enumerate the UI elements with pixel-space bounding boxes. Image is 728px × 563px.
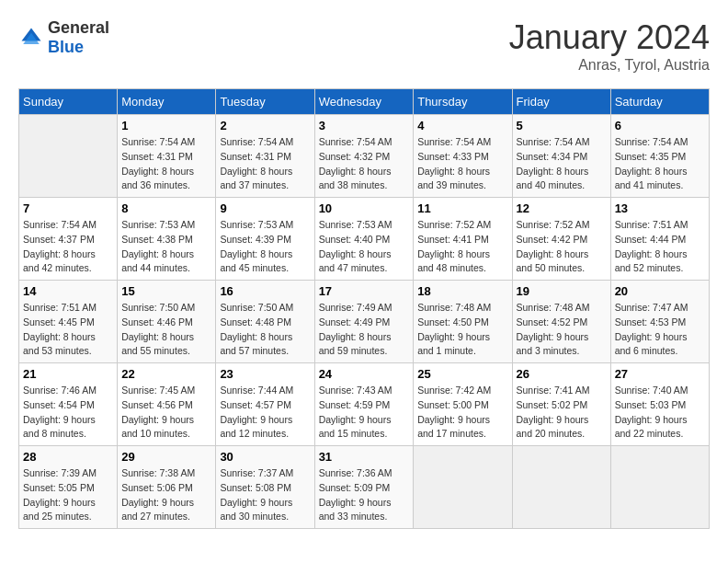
calendar-day-cell: 22Sunrise: 7:45 AMSunset: 4:56 PMDayligh… <box>118 363 216 446</box>
calendar-table: SundayMondayTuesdayWednesdayThursdayFrid… <box>18 88 710 529</box>
day-info: Sunrise: 7:54 AMSunset: 4:32 PMDaylight:… <box>319 135 410 193</box>
location-title: Anras, Tyrol, Austria <box>509 57 710 74</box>
day-info: Sunrise: 7:54 AMSunset: 4:33 PMDaylight:… <box>417 135 507 193</box>
calendar-day-cell: 13Sunrise: 7:51 AMSunset: 4:44 PMDayligh… <box>610 198 709 281</box>
calendar-day-cell: 8Sunrise: 7:53 AMSunset: 4:38 PMDaylight… <box>118 198 216 281</box>
day-number: 11 <box>417 201 507 215</box>
day-number: 28 <box>23 450 113 464</box>
calendar-day-cell: 11Sunrise: 7:52 AMSunset: 4:41 PMDayligh… <box>414 198 512 281</box>
title-block: January 2024 Anras, Tyrol, Austria <box>509 18 710 74</box>
calendar-day-cell: 25Sunrise: 7:42 AMSunset: 5:00 PMDayligh… <box>414 363 512 446</box>
calendar-body: 1Sunrise: 7:54 AMSunset: 4:31 PMDaylight… <box>19 115 710 529</box>
day-number: 14 <box>23 284 113 298</box>
calendar-day-cell: 14Sunrise: 7:51 AMSunset: 4:45 PMDayligh… <box>19 281 118 363</box>
logo-general-text: General <box>48 18 109 37</box>
calendar-day-cell: 4Sunrise: 7:54 AMSunset: 4:33 PMDaylight… <box>414 115 512 198</box>
logo-blue-text: Blue <box>48 38 84 56</box>
weekday-header-cell: Friday <box>512 89 610 115</box>
weekday-header-cell: Wednesday <box>314 89 414 115</box>
day-number: 15 <box>121 284 211 298</box>
weekday-header-cell: Sunday <box>19 89 118 115</box>
calendar-day-cell: 10Sunrise: 7:53 AMSunset: 4:40 PMDayligh… <box>314 198 414 281</box>
day-number: 6 <box>615 119 705 132</box>
day-info: Sunrise: 7:48 AMSunset: 4:52 PMDaylight:… <box>517 301 607 359</box>
day-number: 22 <box>121 367 211 381</box>
day-info: Sunrise: 7:50 AMSunset: 4:48 PMDaylight:… <box>220 301 310 359</box>
day-info: Sunrise: 7:53 AMSunset: 4:39 PMDaylight:… <box>220 218 310 276</box>
day-info: Sunrise: 7:54 AMSunset: 4:31 PMDaylight:… <box>121 135 211 193</box>
weekday-header-row: SundayMondayTuesdayWednesdayThursdayFrid… <box>19 89 710 115</box>
calendar-day-cell: 26Sunrise: 7:41 AMSunset: 5:02 PMDayligh… <box>512 363 610 446</box>
day-number: 30 <box>220 450 310 464</box>
day-number: 7 <box>23 201 113 215</box>
day-info: Sunrise: 7:46 AMSunset: 4:54 PMDaylight:… <box>23 384 113 442</box>
day-number: 18 <box>417 284 507 298</box>
day-number: 2 <box>220 119 310 132</box>
day-number: 23 <box>220 367 310 381</box>
day-info: Sunrise: 7:40 AMSunset: 5:03 PMDaylight:… <box>615 384 705 442</box>
calendar-day-cell: 2Sunrise: 7:54 AMSunset: 4:31 PMDaylight… <box>216 115 314 198</box>
day-number: 10 <box>319 201 410 215</box>
day-info: Sunrise: 7:48 AMSunset: 4:50 PMDaylight:… <box>417 301 507 359</box>
weekday-header-cell: Saturday <box>610 89 709 115</box>
day-info: Sunrise: 7:45 AMSunset: 4:56 PMDaylight:… <box>121 384 211 442</box>
calendar-week-row: 1Sunrise: 7:54 AMSunset: 4:31 PMDaylight… <box>19 115 710 198</box>
calendar-day-cell: 7Sunrise: 7:54 AMSunset: 4:37 PMDaylight… <box>19 198 118 281</box>
calendar-day-cell: 23Sunrise: 7:44 AMSunset: 4:57 PMDayligh… <box>216 363 314 446</box>
month-title: January 2024 <box>509 18 710 57</box>
day-number: 13 <box>615 201 705 215</box>
weekday-header-cell: Tuesday <box>216 89 314 115</box>
day-number: 12 <box>517 201 607 215</box>
day-number: 17 <box>319 284 410 298</box>
day-number: 4 <box>417 119 507 132</box>
calendar-week-row: 28Sunrise: 7:39 AMSunset: 5:05 PMDayligh… <box>19 446 710 529</box>
day-number: 8 <box>121 201 211 215</box>
day-number: 25 <box>417 367 507 381</box>
calendar-day-cell: 15Sunrise: 7:50 AMSunset: 4:46 PMDayligh… <box>118 281 216 363</box>
weekday-header-cell: Monday <box>118 89 216 115</box>
day-info: Sunrise: 7:37 AMSunset: 5:08 PMDaylight:… <box>220 466 310 524</box>
calendar-day-cell: 29Sunrise: 7:38 AMSunset: 5:06 PMDayligh… <box>118 446 216 529</box>
calendar-day-cell: 3Sunrise: 7:54 AMSunset: 4:32 PMDaylight… <box>314 115 414 198</box>
day-number: 31 <box>319 450 410 464</box>
day-number: 9 <box>220 201 310 215</box>
day-info: Sunrise: 7:53 AMSunset: 4:40 PMDaylight:… <box>319 218 410 276</box>
calendar-day-cell: 6Sunrise: 7:54 AMSunset: 4:35 PMDaylight… <box>610 115 709 198</box>
header: General Blue January 2024 Anras, Tyrol, … <box>18 18 710 74</box>
day-info: Sunrise: 7:42 AMSunset: 5:00 PMDaylight:… <box>417 384 507 442</box>
calendar-day-cell: 21Sunrise: 7:46 AMSunset: 4:54 PMDayligh… <box>19 363 118 446</box>
day-info: Sunrise: 7:38 AMSunset: 5:06 PMDaylight:… <box>121 466 211 524</box>
day-info: Sunrise: 7:43 AMSunset: 4:59 PMDaylight:… <box>319 384 410 442</box>
day-number: 27 <box>615 367 705 381</box>
day-number: 16 <box>220 284 310 298</box>
calendar-day-cell <box>414 446 512 529</box>
day-info: Sunrise: 7:51 AMSunset: 4:45 PMDaylight:… <box>23 301 113 359</box>
logo-icon <box>18 25 44 51</box>
calendar-day-cell: 20Sunrise: 7:47 AMSunset: 4:53 PMDayligh… <box>610 281 709 363</box>
day-number: 3 <box>319 119 410 132</box>
calendar-day-cell: 24Sunrise: 7:43 AMSunset: 4:59 PMDayligh… <box>314 363 414 446</box>
calendar-day-cell: 31Sunrise: 7:36 AMSunset: 5:09 PMDayligh… <box>314 446 414 529</box>
day-number: 21 <box>23 367 113 381</box>
day-info: Sunrise: 7:49 AMSunset: 4:49 PMDaylight:… <box>319 301 410 359</box>
logo: General Blue <box>18 18 109 57</box>
calendar-day-cell: 12Sunrise: 7:52 AMSunset: 4:42 PMDayligh… <box>512 198 610 281</box>
day-number: 1 <box>121 119 211 132</box>
calendar-day-cell: 30Sunrise: 7:37 AMSunset: 5:08 PMDayligh… <box>216 446 314 529</box>
day-info: Sunrise: 7:54 AMSunset: 4:31 PMDaylight:… <box>220 135 310 193</box>
day-number: 29 <box>121 450 211 464</box>
calendar-day-cell <box>610 446 709 529</box>
day-number: 24 <box>319 367 410 381</box>
day-info: Sunrise: 7:53 AMSunset: 4:38 PMDaylight:… <box>121 218 211 276</box>
day-number: 19 <box>517 284 607 298</box>
day-info: Sunrise: 7:54 AMSunset: 4:37 PMDaylight:… <box>23 218 113 276</box>
calendar-day-cell: 5Sunrise: 7:54 AMSunset: 4:34 PMDaylight… <box>512 115 610 198</box>
day-number: 5 <box>517 119 607 132</box>
day-info: Sunrise: 7:54 AMSunset: 4:34 PMDaylight:… <box>517 135 607 193</box>
day-info: Sunrise: 7:51 AMSunset: 4:44 PMDaylight:… <box>615 218 705 276</box>
calendar-day-cell: 27Sunrise: 7:40 AMSunset: 5:03 PMDayligh… <box>610 363 709 446</box>
day-number: 20 <box>615 284 705 298</box>
weekday-header-cell: Thursday <box>414 89 512 115</box>
calendar-week-row: 14Sunrise: 7:51 AMSunset: 4:45 PMDayligh… <box>19 281 710 363</box>
calendar-day-cell: 19Sunrise: 7:48 AMSunset: 4:52 PMDayligh… <box>512 281 610 363</box>
